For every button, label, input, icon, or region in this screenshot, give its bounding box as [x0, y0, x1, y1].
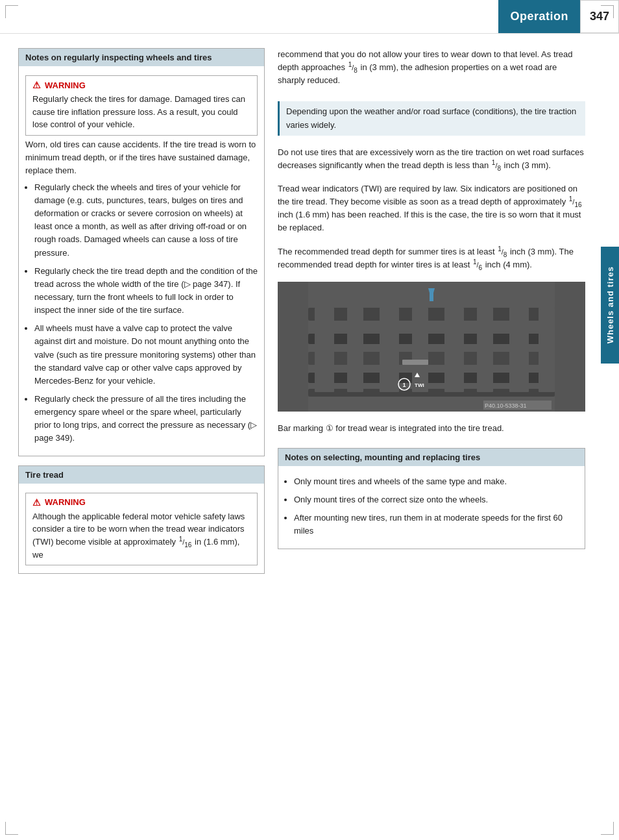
warning-tiretread-text: Although the applicable federal motor ve…: [32, 510, 250, 562]
list-item: All wheels must have a valve cap to prot…: [34, 322, 258, 388]
svg-rect-10: [444, 308, 464, 392]
svg-text:TWI: TWI: [415, 382, 424, 388]
warning-inspect-label: WARNING: [45, 80, 86, 90]
svg-rect-9: [412, 308, 428, 392]
corner-mark-tr: [601, 5, 614, 18]
image-caption: Bar marking ① for tread wear is integrat…: [278, 422, 585, 435]
right-column: recommend that you do not allow your tir…: [278, 48, 606, 574]
sidebar-tab-label: Wheels and tires: [605, 266, 615, 343]
svg-text:1: 1: [402, 382, 406, 388]
header-title: Operation: [510, 10, 568, 23]
warning-inspect: ⚠ WARNING Regularly check the tires for …: [25, 75, 258, 136]
warning-triangle-icon: ⚠: [32, 80, 41, 90]
list-item: Only mount tires and wheels of the same …: [294, 475, 578, 488]
warning-tiretread-label: WARNING: [45, 497, 86, 507]
highlight-box1-text: Depending upon the weather and/or road s…: [286, 106, 576, 129]
selecting-bullet-list: Only mount tires and wheels of the same …: [285, 475, 578, 538]
corner-mark-bl: [5, 822, 18, 835]
svg-rect-16: [430, 288, 433, 301]
svg-rect-14: [402, 360, 428, 365]
section-selecting-box: Notes on selecting, mounting and replaci…: [278, 448, 585, 549]
inspect-bullet-list: Regularly check the wheels and tires of …: [25, 181, 258, 445]
main-content: Notes on regularly inspecting wheels and…: [0, 36, 619, 586]
list-item: Regularly check the pressure of all the …: [34, 393, 258, 445]
section-tiretread-header: Tire tread: [19, 466, 264, 484]
svg-text:P40.10-5338-31: P40.10-5338-31: [485, 402, 527, 409]
warning-triangle-icon2: ⚠: [32, 497, 41, 508]
warning-tiretread: ⚠ WARNING Although the applicable federa…: [25, 493, 258, 566]
header-title-block: Operation: [498, 0, 580, 33]
corner-mark-tl: [5, 5, 18, 18]
list-item: Regularly check the tire tread depth and…: [34, 265, 258, 317]
list-item: After mounting new tires, run them in at…: [294, 512, 578, 537]
list-item: Regularly check the wheels and tires of …: [34, 181, 258, 260]
warning-tiretread-title: ⚠ WARNING: [32, 497, 250, 508]
warning-inspect-title: ⚠ WARNING: [32, 80, 250, 90]
svg-rect-8: [380, 308, 399, 392]
section-inspect-box: Notes on regularly inspecting wheels and…: [18, 48, 265, 456]
section-selecting-header: Notes on selecting, mounting and replaci…: [278, 449, 585, 466]
svg-rect-12: [509, 308, 529, 392]
section-tiretread-content: ⚠ WARNING Although the applicable federa…: [19, 484, 264, 574]
right-para1: recommend that you do not allow your tir…: [278, 48, 585, 87]
inspect-para1: Worn, old tires can cause accidents. If …: [25, 138, 258, 177]
tire-tread-image: 1 TWI P40.10-5338-31: [278, 282, 585, 412]
left-column: Notes on regularly inspecting wheels and…: [18, 48, 265, 574]
section-selecting-content: Only mount tires and wheels of the same …: [278, 466, 585, 549]
svg-rect-7: [347, 308, 363, 392]
svg-rect-13: [539, 308, 555, 392]
section-tiretread-box: Tire tread ⚠ WARNING Although the applic…: [18, 465, 265, 574]
section-inspect-header: Notes on regularly inspecting wheels and…: [19, 49, 264, 66]
right-para4: The recommended tread depth for summer t…: [278, 245, 585, 271]
corner-mark-br: [601, 822, 614, 835]
right-para2: Do not use tires that are excessively wo…: [278, 146, 585, 172]
warning-inspect-text: Regularly check the tires for damage. Da…: [32, 93, 250, 131]
list-item: Only mount tires of the correct size ont…: [294, 493, 578, 506]
highlight-box1: Depending upon the weather and/or road s…: [278, 101, 585, 135]
svg-rect-11: [477, 308, 493, 392]
page-header: Operation 347: [0, 0, 619, 34]
right-para3: Tread wear indicators (TWI) are required…: [278, 182, 585, 235]
svg-rect-6: [315, 308, 334, 392]
sidebar-tab: Wheels and tires: [601, 247, 619, 364]
section-inspect-content: ⚠ WARNING Regularly check the tires for …: [19, 66, 264, 456]
